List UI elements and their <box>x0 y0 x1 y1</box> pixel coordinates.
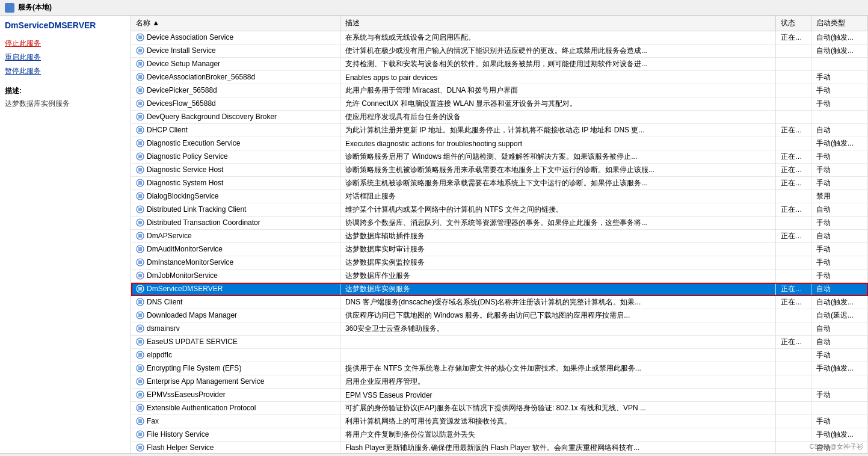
service-status-cell: 正在运行 <box>775 124 811 137</box>
service-icon <box>136 404 144 412</box>
table-row[interactable]: Diagnostic Execution ServiceExecutes dia… <box>131 137 868 150</box>
service-icon <box>136 152 144 161</box>
service-startup-cell: 自动 <box>811 336 867 349</box>
table-row[interactable]: Encrypting File System (EFS)提供用于在 NTFS 文… <box>131 362 868 375</box>
service-desc-cell: 诊断策略服务主机被诊断策略服务用来承载需要在本地服务上下文中运行的诊断。如果停止… <box>340 164 775 177</box>
table-row[interactable]: Device Setup Manager支持检测、下载和安装与设备相关的软件。如… <box>131 58 868 71</box>
service-status-cell <box>775 415 811 428</box>
service-startup-cell: 自动(触发... <box>811 45 867 58</box>
service-status-cell <box>775 137 811 150</box>
svg-rect-13 <box>138 115 142 119</box>
table-row[interactable]: File History Service将用户文件复制到备份位置以防意外丢失手动… <box>131 428 868 442</box>
svg-rect-31 <box>138 234 142 238</box>
table-row[interactable]: Distributed Link Tracking Client维护某个计算机内… <box>131 203 868 217</box>
service-icon <box>136 179 144 187</box>
service-startup-cell: 手动 <box>811 256 867 270</box>
table-row[interactable]: EPMVssEaseusProviderEPM VSS Easeus Provi… <box>131 389 868 402</box>
table-row[interactable]: DevicePicker_56588d此用户服务用于管理 Miracast、DL… <box>131 84 868 97</box>
table-row[interactable]: EaseUS UPDATE SERVICE正在运行自动 <box>131 336 868 349</box>
action-stop[interactable]: 停止此服务 <box>5 39 126 49</box>
table-row[interactable]: Device Install Service使计算机在极少或没有用户输入的情况下… <box>131 45 868 58</box>
table-row[interactable]: Downloaded Maps Manager供应程序访问已下载地图的 Wind… <box>131 309 868 322</box>
table-row[interactable]: DmInstanceMonitorService达梦数据库实例监控服务手动 <box>131 256 868 270</box>
table-row[interactable]: DHCP Client为此计算机注册并更新 IP 地址。如果此服务停止，计算机将… <box>131 124 868 137</box>
service-startup-cell: 自动 <box>811 124 867 137</box>
svg-rect-19 <box>138 155 142 158</box>
service-status-cell <box>775 71 811 84</box>
service-desc-cell: Flash Player更新辅助服务,确保使用最新版的 Flash Player… <box>340 442 775 454</box>
service-startup-cell: 自动 <box>811 230 867 243</box>
service-status-cell <box>775 256 811 270</box>
table-row[interactable]: Flash Helper ServiceFlash Player更新辅助服务,确… <box>131 442 868 454</box>
table-row[interactable]: Extensible Authentication Protocol可扩展的身份… <box>131 402 868 415</box>
service-status-cell: 正在运行 <box>775 336 811 349</box>
service-status-cell <box>775 322 811 336</box>
table-row[interactable]: DmJobMonitorService达梦数据库作业服务手动 <box>131 270 868 283</box>
service-name-text: dsmainsrv <box>147 324 180 333</box>
service-status-cell <box>775 243 811 256</box>
table-row[interactable]: DevicesFlow_56588d允许 ConnectUX 和电脑设置连接 W… <box>131 97 868 111</box>
service-name-text: DNS Client <box>147 298 182 306</box>
col-header-status[interactable]: 状态 <box>775 16 811 31</box>
service-name-text: DevQuery Background Discovery Broker <box>147 112 277 121</box>
service-icon <box>136 311 144 319</box>
service-name-text: DmAuditMonitorService <box>147 245 223 253</box>
service-startup-cell: 手动 <box>811 164 867 177</box>
services-list-panel[interactable]: 名称 ▲ 描述 状态 启动类型 Device Association Servi… <box>131 16 868 453</box>
service-status-cell: 正在运行 <box>775 164 811 177</box>
table-row[interactable]: Diagnostic Policy Service诊断策略服务启用了 Windo… <box>131 150 868 164</box>
service-startup-cell: 手动 <box>811 217 867 230</box>
svg-rect-5 <box>138 62 142 66</box>
table-row[interactable]: DialogBlockingService对话框阻止服务禁用 <box>131 190 868 203</box>
col-header-startup[interactable]: 启动类型 <box>811 16 867 31</box>
service-status-cell <box>775 362 811 375</box>
service-status-cell <box>775 309 811 322</box>
table-row[interactable]: dsmainsrv360安全卫士云查杀辅助服务。自动 <box>131 322 868 336</box>
service-name-text: DHCP Client <box>147 126 188 134</box>
table-row[interactable]: elppdfIc手动 <box>131 349 868 362</box>
svg-rect-53 <box>138 380 142 383</box>
service-icon <box>136 33 144 42</box>
table-row[interactable]: Diagnostic System Host诊断系统主机被诊断策略服务用来承载需… <box>131 177 868 190</box>
service-icon <box>136 271 144 280</box>
service-name-cell: Flash Helper Service <box>131 442 340 454</box>
service-startup-cell: 手动 <box>811 84 867 97</box>
action-pause[interactable]: 重启此服务 <box>5 52 126 63</box>
service-startup-cell: 手动 <box>811 349 867 362</box>
svg-rect-7 <box>138 75 142 79</box>
svg-rect-39 <box>138 287 142 291</box>
description-label: 描述: <box>5 86 126 96</box>
service-status-cell <box>775 442 811 454</box>
table-row[interactable]: DNS ClientDNS 客户端服务(dnscache)缓存域名系统(DNS)… <box>131 296 868 309</box>
table-row[interactable]: Distributed Transaction Coordinator协调跨多个… <box>131 217 868 230</box>
services-table: 名称 ▲ 描述 状态 启动类型 Device Association Servi… <box>131 16 868 453</box>
table-row[interactable]: Device Association Service在系统与有线或无线设备之间启… <box>131 31 868 45</box>
table-row[interactable]: DmServiceDMSERVER达梦数据库实例服务正在运行自动 <box>131 283 868 296</box>
table-row[interactable]: Diagnostic Service Host诊断策略服务主机被诊断策略服务用来… <box>131 164 868 177</box>
service-icon <box>136 165 144 174</box>
table-row[interactable]: DmAPService达梦数据库辅助插件服务正在运行自动 <box>131 230 868 243</box>
service-name-text: Diagnostic Execution Service <box>147 139 240 147</box>
service-name-text: EaseUS UPDATE SERVICE <box>147 337 238 346</box>
table-row[interactable]: Fax利用计算机网络上的可用传真资源发送和接收传真。手动 <box>131 415 868 428</box>
table-row[interactable]: DeviceAssociationBroker_56588dEnables ap… <box>131 71 868 84</box>
svg-rect-23 <box>138 181 142 185</box>
svg-rect-17 <box>138 141 142 145</box>
svg-rect-55 <box>138 393 142 396</box>
service-desc-cell: DNS 客户端服务(dnscache)缓存域名系统(DNS)名称并注册该计算机的… <box>340 296 775 309</box>
service-name-cell: DHCP Client <box>131 124 340 137</box>
service-desc-cell: 协调跨多个数据库、消息队列、文件系统等资源管理器的事务。如果停止此服务，这些事务… <box>340 217 775 230</box>
svg-rect-61 <box>138 433 142 436</box>
status-bar <box>0 453 868 456</box>
table-row[interactable]: Enterprise App Management Service启用企业应用程… <box>131 375 868 389</box>
action-restart[interactable]: 暂停此服务 <box>5 66 126 76</box>
col-header-desc[interactable]: 描述 <box>340 16 775 31</box>
service-status-cell: 正在运行 <box>775 31 811 45</box>
service-startup-cell: 自动(触发... <box>811 296 867 309</box>
service-desc-cell: 使计算机在极少或没有用户输入的情况下能识别并适应硬件的更改。终止或禁用此服务会造… <box>340 45 775 58</box>
service-status-cell: 正在运行 <box>775 203 811 217</box>
table-row[interactable]: DevQuery Background Discovery Broker使应用程… <box>131 111 868 124</box>
col-header-name[interactable]: 名称 ▲ <box>131 16 340 31</box>
service-desc-cell: EPM VSS Easeus Provider <box>340 389 775 402</box>
table-row[interactable]: DmAuditMonitorService达梦数据库实时审计服务手动 <box>131 243 868 256</box>
